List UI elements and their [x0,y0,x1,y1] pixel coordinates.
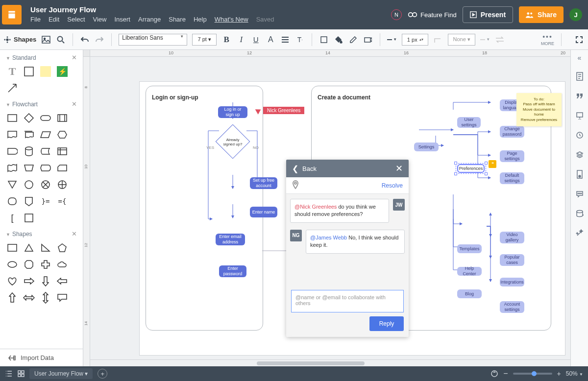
font-family-select[interactable]: Liberation Sans▼ [119,34,187,46]
fullscreen-icon[interactable] [574,35,584,45]
more-button[interactable]: ••• MORE [541,33,554,47]
panel-shapes-header[interactable]: ▼Shapes ✕ [0,226,83,239]
flow-container-login[interactable]: Login or sign-up [146,86,263,331]
canvas-area[interactable]: 10 12 14 16 18 20 8 10 12 14 [83,50,570,366]
fc-swatch[interactable] [23,212,35,224]
fc-database[interactable] [23,145,35,158]
fc-document[interactable] [6,128,19,141]
line-style-icon[interactable]: ▼ [387,35,397,45]
font-size-select[interactable]: 7 pt ▾ [192,34,217,46]
zoom-slider[interactable] [513,373,552,375]
stroke-width-input[interactable]: 1 px▴▾ [402,34,428,46]
menu-insert[interactable]: Insert [114,16,130,23]
notes-icon[interactable] [575,71,585,81]
swap-ends-icon[interactable] [495,35,505,45]
import-data-button[interactable]: Import Data [0,349,83,366]
text-shape[interactable]: T [6,65,19,78]
feature-find-button[interactable]: Feature Find [408,11,457,19]
back-label[interactable]: Back [302,165,317,172]
history-icon[interactable] [575,130,585,140]
notification-badge[interactable]: N [391,9,402,20]
node-popular[interactable]: Popular cases [500,254,524,266]
fc-hexagon[interactable] [56,128,69,141]
sticky-shape[interactable] [39,65,52,78]
node-preferences[interactable]: Preferences [457,164,485,173]
text-color-icon[interactable]: A [266,35,275,45]
fc-display[interactable] [39,162,52,174]
rect-shape[interactable] [23,65,35,78]
sh-heart[interactable] [6,275,19,287]
comment-pin-icon[interactable] [489,160,496,168]
comments-icon[interactable] [575,189,585,199]
close-icon[interactable]: ✕ [72,54,77,61]
sh-octagon[interactable] [23,258,35,271]
sh-cross[interactable] [39,258,52,271]
node-page-settings[interactable]: Page settings [500,150,524,162]
menu-view[interactable]: View [93,16,107,23]
fc-collate[interactable] [6,195,19,208]
image-icon[interactable] [41,35,51,45]
node-help-center[interactable]: Help Center [457,267,482,276]
fc-rect[interactable] [6,112,19,124]
list-icon[interactable] [5,370,13,377]
back-icon[interactable]: ❮ [292,164,298,173]
sh-callout[interactable] [56,291,69,304]
share-button[interactable]: Share [519,6,564,23]
node-integrations[interactable]: Integrations [500,278,524,286]
node-enter-name[interactable]: Enter name [250,207,277,217]
align-icon[interactable] [280,35,290,45]
pencil-icon[interactable] [348,35,358,45]
document-title[interactable]: User Journey Flow [30,1,96,14]
arrow-start-select[interactable]: None ▾ [448,34,475,46]
node-user-settings[interactable]: User settings [457,117,481,128]
comment-input[interactable]: @name or @email to collaborate with othe… [291,290,404,312]
menu-select[interactable]: Select [67,16,85,23]
sh-pentagon[interactable] [56,241,69,254]
node-decision-signedup[interactable]: Already signed up? [215,124,250,159]
sh-rect[interactable] [6,241,19,254]
italic-icon[interactable]: I [236,35,246,45]
page-selector[interactable]: User Journey Flow ▾ [29,368,93,379]
zoom-percent[interactable]: 50% ▼ [566,370,583,377]
quote-icon[interactable] [575,91,585,101]
fill-color-icon[interactable] [334,35,343,45]
menu-edit[interactable]: Edit [49,16,59,23]
undo-icon[interactable] [80,35,90,45]
sh-arrow-ud[interactable] [39,291,52,304]
grid-icon[interactable] [18,370,24,377]
menu-file[interactable]: File [30,16,41,23]
fc-merge[interactable] [6,178,19,191]
node-account[interactable]: Account settings [500,301,524,313]
horizontal-scrollbar[interactable] [90,359,570,366]
fc-storage[interactable] [39,145,52,158]
zoom-in-button[interactable]: + [557,370,561,378]
sh-arrow-r[interactable] [23,275,35,287]
arrow-end-select[interactable]: ▼ [480,35,490,45]
menu-share[interactable]: Share [169,16,186,23]
node-templates[interactable]: Templates [457,244,482,253]
pin-icon[interactable] [292,180,299,190]
presentation-icon[interactable] [575,111,585,120]
theme-icon[interactable] [575,169,585,179]
close-icon[interactable]: ✕ [395,163,403,174]
menu-whats-new[interactable]: What's New [215,16,248,23]
fc-sumjunction[interactable] [39,178,52,191]
node-settings[interactable]: Settings [414,143,439,151]
document-icon[interactable] [2,5,22,24]
fc-note2[interactable]: ={ [56,195,69,208]
sh-arrow-lr[interactable] [23,291,35,304]
fc-internal[interactable] [56,145,69,158]
fc-note1[interactable]: }= [39,195,52,208]
resolve-button[interactable]: Resolve [382,182,403,189]
node-login[interactable]: Log in or sign up [218,106,247,118]
node-enter-email[interactable]: Enter email address [216,234,245,245]
node-blog[interactable]: Blog [457,289,482,298]
sh-arrow-d[interactable] [39,275,52,287]
node-setup[interactable]: Set up free account [250,177,277,189]
text-spacing-icon[interactable]: T· [295,35,305,45]
fc-manual[interactable] [23,162,35,174]
shape-style-icon[interactable] [319,35,329,45]
collapse-rail-icon[interactable]: « [578,54,582,62]
menu-arrange[interactable]: Arrange [138,16,161,23]
shapes-button[interactable]: Shapes [4,36,36,43]
